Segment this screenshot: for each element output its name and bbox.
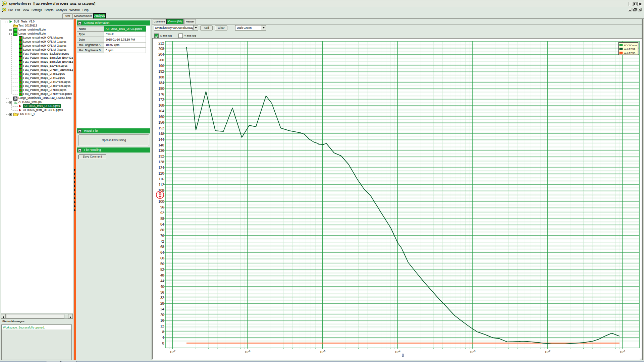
svg-text:76: 76 (160, 234, 164, 238)
svg-text:208: 208 (158, 47, 164, 51)
svg-text:60: 60 (160, 256, 164, 260)
svg-text:212: 212 (158, 42, 164, 45)
svg-text:52: 52 (160, 268, 164, 272)
svg-text:20: 20 (160, 313, 164, 317)
svg-text:88: 88 (160, 217, 164, 221)
svg-text:124: 124 (158, 166, 164, 170)
svg-text:120: 120 (158, 172, 164, 175)
svg-text:24: 24 (160, 307, 164, 311)
svg-text:44: 44 (160, 279, 164, 283)
svg-text:112: 112 (159, 183, 164, 187)
svg-text:128: 128 (158, 160, 164, 164)
svg-text:84: 84 (160, 223, 164, 226)
svg-text:AutoFCSA: AutoFCSA (624, 48, 635, 50)
svg-text:136: 136 (158, 149, 164, 153)
svg-text:144: 144 (158, 138, 164, 141)
svg-text:56: 56 (160, 262, 164, 266)
svg-text:28: 28 (160, 302, 164, 305)
svg-text:0: 0 (162, 342, 164, 345)
svg-text:160: 160 (158, 115, 164, 119)
svg-text:40: 40 (160, 285, 164, 289)
svg-text:92: 92 (160, 211, 164, 215)
svg-text:72: 72 (160, 240, 164, 243)
svg-text:188: 188 (158, 75, 164, 79)
svg-text:16: 16 (160, 319, 164, 322)
svg-text:116: 116 (159, 177, 164, 181)
svg-text:168: 168 (158, 104, 164, 107)
svg-text:32: 32 (160, 296, 164, 300)
svg-text:80: 80 (160, 228, 164, 232)
svg-text:48: 48 (160, 274, 164, 277)
svg-text:140: 140 (158, 143, 164, 147)
svg-text:200: 200 (158, 58, 164, 62)
svg-text:172: 172 (158, 98, 164, 102)
svg-text:8: 8 (162, 330, 164, 334)
svg-text:152: 152 (158, 126, 164, 130)
svg-text:176: 176 (158, 93, 164, 96)
svg-text:68: 68 (160, 245, 164, 249)
svg-text:156: 156 (158, 121, 164, 124)
svg-text:192: 192 (158, 70, 164, 73)
svg-text:36: 36 (160, 291, 164, 294)
svg-text:132: 132 (158, 155, 164, 158)
svg-text:148: 148 (158, 132, 164, 136)
svg-text:180: 180 (158, 87, 164, 90)
svg-text:AutoFCSB: AutoFCSB (624, 52, 635, 54)
svg-text:100: 100 (158, 200, 164, 203)
svg-text:196: 196 (158, 64, 164, 68)
svg-text:204: 204 (158, 53, 164, 56)
svg-text:64: 64 (160, 251, 164, 254)
svg-text:184: 184 (158, 81, 164, 85)
svg-text:96: 96 (160, 205, 164, 209)
svg-text:4: 4 (162, 336, 164, 340)
svg-text:12: 12 (160, 324, 164, 328)
svg-text:FCCSCurve: FCCSCurve (624, 44, 637, 47)
svg-text:[]: [] (402, 353, 404, 357)
svg-text:164: 164 (158, 109, 164, 113)
